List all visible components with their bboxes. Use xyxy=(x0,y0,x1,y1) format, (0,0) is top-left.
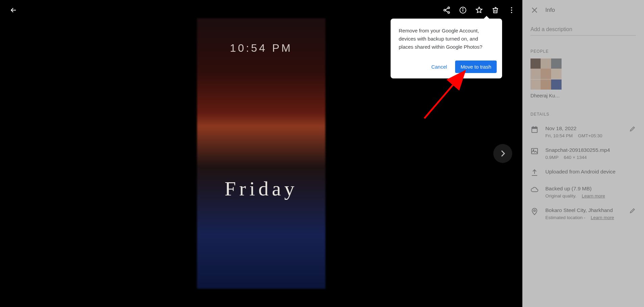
dialog-message: Remove from your Google Account, devices… xyxy=(399,27,499,51)
detail-backup: Backed up (7.9 MB) Original quality. Lea… xyxy=(530,186,636,198)
photo-viewer: 10:54 PM Friday Remove from your Google … xyxy=(0,0,522,307)
edit-location-button[interactable] xyxy=(629,207,636,215)
detail-date: Nov 18, 2022 Fri, 10:54 PM GMT+05:30 xyxy=(530,125,636,138)
details-label: DETAILS xyxy=(530,112,636,117)
info-panel: Info PEOPLE Dheeraj Ku… DETAILS Nov 18, … xyxy=(522,0,644,307)
photo-content xyxy=(197,18,325,289)
cloud-icon xyxy=(530,186,539,194)
share-icon[interactable] xyxy=(439,2,455,18)
svg-point-5 xyxy=(463,8,463,9)
date-day-time: Fri, 10:54 PM xyxy=(545,133,573,138)
person-thumbnail[interactable] xyxy=(530,58,562,90)
backup-learn-more-link[interactable]: Learn more xyxy=(582,193,605,198)
svg-point-2 xyxy=(448,12,450,14)
location-icon xyxy=(530,207,539,215)
close-info-button[interactable] xyxy=(530,6,539,14)
date-value: Nov 18, 2022 xyxy=(545,125,622,132)
description-input[interactable] xyxy=(530,24,636,36)
location-place: Bokaro Steel City, Jharkhand xyxy=(545,207,622,213)
svg-point-6 xyxy=(511,7,512,8)
svg-point-13 xyxy=(534,210,536,212)
delete-confirm-dialog: Remove from your Google Account, devices… xyxy=(391,19,502,78)
svg-point-1 xyxy=(444,9,446,11)
back-button[interactable] xyxy=(5,2,22,18)
people-label: PEOPLE xyxy=(530,49,636,54)
image-icon xyxy=(530,147,539,155)
date-tz: GMT+05:30 xyxy=(578,133,602,138)
more-icon[interactable] xyxy=(503,2,520,18)
next-photo-button[interactable] xyxy=(493,144,512,163)
svg-point-8 xyxy=(511,12,512,13)
info-icon[interactable] xyxy=(455,2,471,18)
file-dims: 640 × 1344 xyxy=(564,155,587,160)
upload-icon xyxy=(530,169,539,177)
cancel-button[interactable]: Cancel xyxy=(426,61,452,73)
location-learn-more-link[interactable]: Learn more xyxy=(591,215,614,220)
location-est: Estimated location - xyxy=(545,215,586,220)
detail-file: Snapchat-2091830255.mp4 0.9MP 640 × 1344 xyxy=(530,147,636,160)
svg-point-12 xyxy=(533,150,534,151)
move-to-trash-button[interactable]: Move to trash xyxy=(455,61,497,73)
backup-title: Backed up (7.9 MB) xyxy=(545,186,636,192)
detail-upload: Uploaded from Android device xyxy=(530,169,636,177)
file-name: Snapchat-2091830255.mp4 xyxy=(545,147,636,153)
edit-date-button[interactable] xyxy=(629,125,636,134)
file-mp: 0.9MP xyxy=(545,155,559,160)
upload-text: Uploaded from Android device xyxy=(545,169,636,175)
calendar-icon xyxy=(530,125,539,134)
info-title: Info xyxy=(545,7,555,14)
delete-icon[interactable] xyxy=(487,2,503,18)
person-name: Dheeraj Ku… xyxy=(530,93,562,98)
svg-point-0 xyxy=(448,7,450,9)
svg-point-7 xyxy=(511,9,512,11)
detail-location: Bokaro Steel City, Jharkhand Estimated l… xyxy=(530,207,636,220)
backup-quality: Original quality. xyxy=(545,193,576,198)
